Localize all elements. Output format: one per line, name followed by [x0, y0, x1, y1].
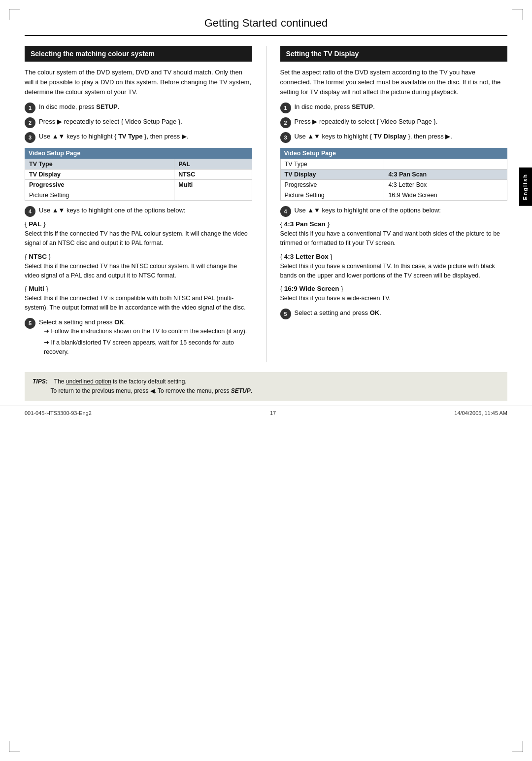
left-body-text: The colour system of the DVD system, DVD…: [25, 68, 252, 97]
tips-underline: underlined option: [66, 378, 111, 385]
table-row: TV Display 4:3 Pan Scan: [280, 170, 507, 180]
step-5-sub1: ➜ Follow the instructions shown on the T…: [44, 327, 252, 336]
right-setup-table: Video Setup Page TV Type TV Display 4:3 …: [280, 148, 508, 201]
right-step-5-content: Select a setting and press OK.: [295, 308, 508, 318]
page-title: Getting Started continued: [25, 15, 507, 36]
page-footer: 001-045-HTS3300-93-Eng2 17 14/04/2005, 1…: [0, 406, 532, 420]
page-wrapper: English Getting Started continued Select…: [0, 0, 532, 761]
option-pan-scan: { 4:3 Pan Scan } Select this if you have…: [280, 220, 508, 248]
option-pan-scan-title: { 4:3 Pan Scan }: [280, 220, 508, 228]
left-step-5: 5 Select a setting and press OK. ➜ Follo…: [25, 317, 252, 359]
table-row: TV Display NTSC: [25, 170, 252, 180]
right-column: Setting the TV Display Set the aspect ra…: [266, 46, 508, 362]
right-step-1-content: In disc mode, press SETUP.: [295, 102, 508, 112]
option-wide-screen: { 16:9 Wide Screen } Select this if you …: [280, 285, 508, 303]
step-4-content: Use ▲▼ keys to highlight one of the opti…: [39, 206, 252, 215]
table-cell-label: TV Display: [25, 170, 174, 180]
step-5-sub2: ➜ If a blank/distorted TV screen appears…: [44, 338, 252, 357]
table-row: Picture Setting: [25, 190, 252, 201]
step-num-1: 1: [25, 103, 35, 113]
table-cell-value: [384, 159, 507, 170]
left-setup-table: Video Setup Page TV Type PAL TV Display …: [25, 148, 252, 201]
page-title-main: Getting Started: [204, 17, 277, 29]
right-step-num-3: 3: [280, 132, 291, 143]
option-multi-title: { Multi }: [25, 285, 252, 292]
right-step-2-content: Press ▶ repeatedly to select { Video Set…: [295, 117, 508, 127]
right-step-4-content: Use ▲▼ keys to highlight one of the opti…: [295, 206, 508, 215]
option-multi: { Multi } Select this if the connected T…: [25, 285, 252, 312]
left-step-4: 4 Use ▲▼ keys to highlight one of the op…: [25, 206, 252, 217]
table-row: Picture Setting 16:9 Wide Screen: [280, 190, 507, 201]
option-ntsc: { NTSC } Select this if the connected TV…: [25, 253, 252, 280]
option-pal-desc: Select this if the connected TV has the …: [25, 229, 252, 248]
right-step-num-2: 2: [280, 117, 291, 128]
right-step-1: 1 In disc mode, press SETUP.: [280, 102, 508, 113]
corner-br: [512, 741, 523, 752]
right-step-5: 5 Select a setting and press OK.: [280, 308, 508, 319]
table-cell-label: TV Type: [280, 159, 384, 170]
footer-right: 14/04/2005, 11:45 AM: [454, 410, 507, 416]
page-title-suffix: continued: [281, 17, 328, 29]
step-2-content: Press ▶ repeatedly to select { Video Set…: [39, 117, 252, 127]
option-wide-screen-desc: Select this if you have a wide-screen TV…: [280, 294, 508, 303]
option-letter-box-title: { 4:3 Letter Box }: [280, 253, 508, 260]
table-row: TV Type: [280, 159, 507, 170]
option-pan-scan-desc: Select this if you have a conventional T…: [280, 229, 508, 248]
table-row: Progressive 4:3 Letter Box: [280, 180, 507, 190]
table-cell-value: 16:9 Wide Screen: [384, 190, 507, 201]
table-cell-value: NTSC: [174, 170, 252, 180]
table-cell-label: Progressive: [25, 180, 174, 190]
option-ntsc-desc: Select this if the connected TV has the …: [25, 262, 252, 280]
table-cell-value: PAL: [174, 159, 252, 170]
table-cell-value: [174, 190, 252, 201]
corner-bl: [9, 741, 20, 752]
option-multi-desc: Select this if the connected TV is compa…: [25, 294, 252, 312]
option-wide-screen-title: { 16:9 Wide Screen }: [280, 285, 508, 292]
option-pal: { PAL } Select this if the connected TV …: [25, 220, 252, 248]
table-cell-label: TV Display: [280, 170, 384, 180]
step-num-3: 3: [25, 132, 35, 143]
step-num-2: 2: [25, 117, 35, 128]
tips-line1: The underlined option is the factory def…: [54, 378, 187, 385]
table-cell-value: Multi: [174, 180, 252, 190]
left-section-header: Selecting the matching colour system: [25, 46, 252, 62]
step-num-5: 5: [25, 318, 35, 329]
table-cell-label: Picture Setting: [280, 190, 384, 201]
left-step-2: 2 Press ▶ repeatedly to select { Video S…: [25, 117, 252, 128]
table-row: TV Type PAL: [25, 159, 252, 170]
right-step-4: 4 Use ▲▼ keys to highlight one of the op…: [280, 206, 508, 217]
step-1-content: In disc mode, press SETUP.: [39, 102, 252, 112]
right-step-num-1: 1: [280, 103, 291, 113]
right-step-num-5: 5: [280, 309, 291, 319]
right-body-text: Set the aspect ratio of the DVD system a…: [280, 68, 508, 97]
table-cell-label: Picture Setting: [25, 190, 174, 201]
right-step-num-4: 4: [280, 206, 291, 217]
left-step-3: 3 Use ▲▼ keys to highlight { TV Type }, …: [25, 132, 252, 143]
footer-left: 001-045-HTS3300-93-Eng2: [25, 410, 92, 416]
table-row: Progressive Multi: [25, 180, 252, 190]
table-cell-value: 4:3 Pan Scan: [384, 170, 507, 180]
tips-label: TIPS:: [33, 378, 48, 385]
right-section-header: Setting the TV Display: [280, 46, 508, 62]
tips-bar: TIPS: The underlined option is the facto…: [25, 372, 507, 401]
side-tab: English: [519, 168, 532, 206]
option-letter-box-desc: Select this if you have a conventional T…: [280, 262, 508, 280]
step-num-4: 4: [25, 206, 35, 217]
right-step-3: 3 Use ▲▼ keys to highlight { TV Display …: [280, 132, 508, 143]
corner-tr: [512, 9, 523, 20]
table-cell-value: 4:3 Letter Box: [384, 180, 507, 190]
right-table-caption: Video Setup Page: [280, 148, 508, 159]
table-cell-label: TV Type: [25, 159, 174, 170]
right-step-2: 2 Press ▶ repeatedly to select { Video S…: [280, 117, 508, 128]
footer-center: 17: [270, 410, 276, 416]
left-column: Selecting the matching colour system The…: [25, 46, 266, 362]
step-3-content: Use ▲▼ keys to highlight { TV Type }, th…: [39, 132, 252, 141]
option-pal-title: { PAL }: [25, 220, 252, 228]
tips-setup-bold: SETUP: [231, 387, 251, 394]
option-letter-box: { 4:3 Letter Box } Select this if you ha…: [280, 253, 508, 280]
corner-tl: [9, 9, 20, 20]
left-table-caption: Video Setup Page: [25, 148, 252, 159]
right-step-3-content: Use ▲▼ keys to highlight { TV Display },…: [295, 132, 508, 141]
table-cell-label: Progressive: [280, 180, 384, 190]
left-step-1: 1 In disc mode, press SETUP.: [25, 102, 252, 113]
